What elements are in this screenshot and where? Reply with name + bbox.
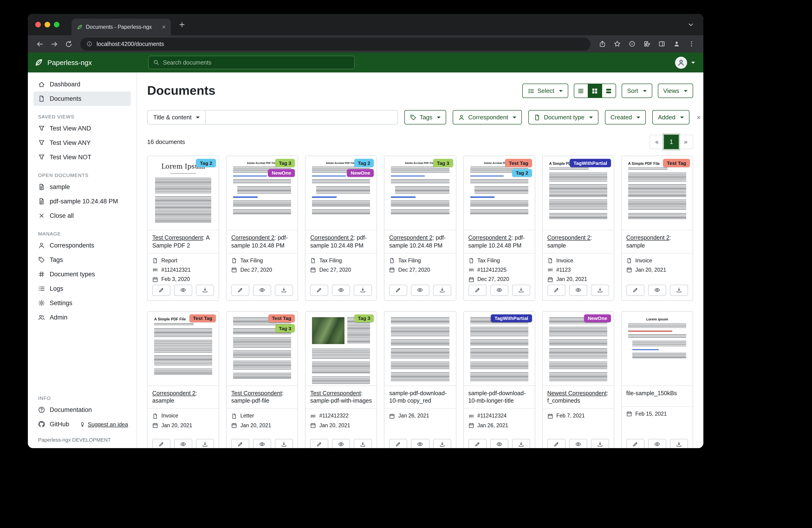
app-brand[interactable]: Paperless-ngx bbox=[28, 58, 137, 67]
profile-button[interactable] bbox=[670, 38, 683, 50]
tag-badge[interactable]: Tag 3 bbox=[275, 324, 295, 332]
view-mode-list-button[interactable] bbox=[574, 84, 588, 98]
sidebar-item-logs[interactable]: Logs bbox=[33, 282, 131, 296]
correspondent-link[interactable]: Test Correspondent bbox=[231, 390, 282, 396]
document-card[interactable]: Adobe Acrobat PDF FilesTag 3NewOneCorres… bbox=[226, 156, 298, 301]
view-document-button[interactable] bbox=[648, 439, 666, 448]
edit-document-button[interactable] bbox=[389, 439, 407, 448]
sidebar-item-documents[interactable]: Documents bbox=[33, 91, 131, 106]
edit-document-button[interactable] bbox=[389, 284, 407, 296]
document-thumbnail[interactable]: A Simple PDF FileTagWithPartial bbox=[542, 156, 613, 230]
new-tab-button[interactable] bbox=[175, 18, 188, 31]
view-document-button[interactable] bbox=[253, 284, 271, 296]
download-document-button[interactable] bbox=[433, 439, 451, 448]
correspondent-link[interactable]: Correspondent 2 bbox=[468, 234, 511, 241]
edit-document-button[interactable] bbox=[626, 284, 644, 296]
filter-query-input[interactable] bbox=[205, 110, 398, 125]
correspondent-link[interactable]: Test Correspondent bbox=[152, 234, 203, 241]
view-document-button[interactable] bbox=[174, 439, 192, 448]
document-card[interactable]: NewOneNewest Correspondent: f_combinedsF… bbox=[542, 311, 614, 448]
view-document-button[interactable] bbox=[411, 284, 429, 296]
site-info-icon[interactable] bbox=[86, 41, 92, 47]
tag-badge[interactable]: Test Tag bbox=[663, 159, 690, 167]
sidebar-item-correspondents[interactable]: Correspondents bbox=[33, 238, 131, 253]
download-document-button[interactable] bbox=[275, 439, 293, 448]
sidebar-item-test-view-and[interactable]: Test View AND bbox=[33, 121, 131, 135]
document-thumbnail[interactable]: Adobe Acrobat PDF FilesTest TagTag 2 bbox=[464, 156, 535, 230]
document-card[interactable]: Tag 3Test Correspondent: sample-pdf-with… bbox=[305, 311, 377, 448]
sidebar-item-close-all[interactable]: Close all bbox=[33, 209, 131, 223]
document-card[interactable]: Adobe Acrobat PDF FilesTag 3Corresponden… bbox=[384, 156, 456, 301]
document-thumbnail[interactable]: NewOne bbox=[542, 311, 613, 386]
sidebar-item-tags[interactable]: Tags bbox=[33, 253, 131, 267]
reload-button[interactable] bbox=[62, 38, 75, 50]
edit-document-button[interactable] bbox=[468, 439, 486, 448]
document-card[interactable]: A Simple PDF FileTest TagCorrespondent 2… bbox=[621, 156, 693, 301]
sidebar-item-document-types[interactable]: Document types bbox=[33, 267, 131, 282]
view-document-button[interactable] bbox=[332, 439, 350, 448]
download-document-button[interactable] bbox=[591, 284, 609, 296]
document-card[interactable]: A Simple PDF FileTagWithPartialCorrespon… bbox=[542, 156, 614, 301]
sidebar-item-settings[interactable]: Settings bbox=[33, 296, 131, 310]
download-document-button[interactable] bbox=[512, 284, 530, 296]
sidebar-item-dashboard[interactable]: Dashboard bbox=[33, 77, 131, 91]
view-document-button[interactable] bbox=[174, 284, 192, 296]
document-card[interactable]: Lorem ipsumfile-sample_150kBsFeb 15, 202… bbox=[621, 311, 693, 448]
pagination-next-button[interactable]: » bbox=[678, 135, 693, 149]
correspondent-link[interactable]: Correspondent 2 bbox=[389, 234, 433, 241]
tag-badge[interactable]: Tag 2 bbox=[512, 169, 532, 177]
search-input[interactable] bbox=[163, 59, 350, 66]
download-document-button[interactable] bbox=[354, 284, 372, 296]
tag-badge[interactable]: Test Tag bbox=[268, 314, 295, 322]
edit-document-button[interactable] bbox=[468, 284, 486, 296]
correspondent-link[interactable]: Test Correspondent bbox=[310, 390, 361, 396]
filter-created-button[interactable]: Created bbox=[605, 110, 646, 125]
document-thumbnail[interactable]: Test TagTag 3 bbox=[227, 311, 298, 386]
suggest-an-idea-link[interactable]: Suggest an idea bbox=[79, 421, 128, 427]
view-mode-detail-button[interactable] bbox=[601, 84, 616, 98]
tag-badge[interactable]: NewOne bbox=[268, 169, 295, 177]
view-document-button[interactable] bbox=[490, 439, 508, 448]
edit-document-button[interactable] bbox=[626, 439, 644, 448]
global-search[interactable] bbox=[148, 56, 355, 69]
document-thumbnail[interactable]: Adobe Acrobat PDF FilesTag 3NewOne bbox=[227, 156, 298, 230]
tag-badge[interactable]: TagWithPartial bbox=[491, 314, 532, 322]
filter-correspondent-button[interactable]: Correspondent bbox=[453, 110, 522, 125]
filter-document-type-button[interactable]: Document type bbox=[528, 110, 598, 125]
correspondent-link[interactable]: Correspondent 2 bbox=[547, 234, 590, 241]
document-thumbnail[interactable]: A Simple PDF FileTest Tag bbox=[622, 156, 693, 230]
document-thumbnail[interactable]: A Simple PDF FileTest Tag bbox=[148, 311, 219, 386]
document-title-link[interactable]: file-sample_150kBs bbox=[626, 390, 677, 396]
document-thumbnail[interactable]: Tag 3 bbox=[306, 311, 377, 386]
tag-badge[interactable]: NewOne bbox=[347, 169, 374, 177]
sidebar-item-pdf-sample-10-24-48-pm[interactable]: pdf-sample 10.24.48 PM bbox=[33, 194, 131, 209]
tag-badge[interactable]: Test Tag bbox=[189, 314, 216, 322]
download-document-button[interactable] bbox=[433, 284, 451, 296]
edit-document-button[interactable] bbox=[152, 284, 170, 296]
correspondent-link[interactable]: Correspondent 2 bbox=[310, 234, 353, 241]
correspondent-link[interactable]: Correspondent 2 bbox=[231, 234, 274, 241]
view-document-button[interactable] bbox=[569, 284, 587, 296]
download-document-button[interactable] bbox=[591, 439, 609, 448]
sidebar-item-test-view-any[interactable]: Test View ANY bbox=[33, 135, 131, 150]
tag-badge[interactable]: Tag 3 bbox=[433, 159, 453, 167]
tab-search-button[interactable] bbox=[684, 18, 697, 31]
user-menu[interactable] bbox=[675, 56, 695, 69]
view-document-button[interactable] bbox=[411, 439, 429, 448]
document-thumbnail[interactable]: TagWithPartial bbox=[464, 311, 535, 386]
close-tab-icon[interactable] bbox=[161, 24, 167, 30]
download-document-button[interactable] bbox=[354, 439, 372, 448]
sidebar-item-admin[interactable]: Admin bbox=[33, 310, 131, 325]
download-document-button[interactable] bbox=[196, 439, 214, 448]
view-document-button[interactable] bbox=[490, 284, 508, 296]
sidebar-item-documentation[interactable]: Documentation bbox=[33, 403, 131, 417]
download-document-button[interactable] bbox=[196, 284, 214, 296]
download-document-button[interactable] bbox=[670, 439, 688, 448]
menu-button[interactable] bbox=[685, 38, 698, 50]
tag-badge[interactable]: Tag 3 bbox=[275, 159, 295, 167]
view-document-button[interactable] bbox=[253, 439, 271, 448]
star-button[interactable] bbox=[611, 38, 624, 50]
document-title-link[interactable]: sample-pdf-download-10-mb-longer-title bbox=[468, 390, 525, 404]
download-document-button[interactable] bbox=[275, 284, 293, 296]
tag-badge[interactable]: Tag 2 bbox=[354, 159, 374, 167]
